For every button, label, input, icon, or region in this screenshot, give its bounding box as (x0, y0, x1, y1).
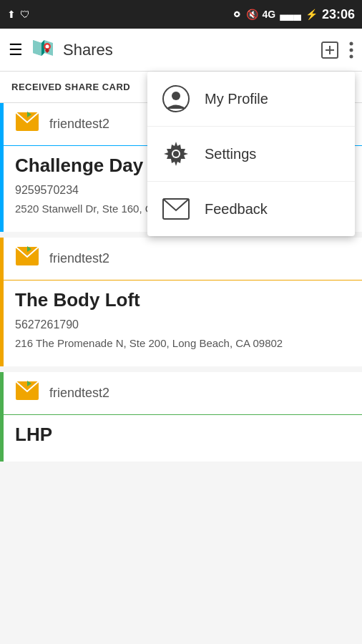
menu-item-settings[interactable]: Settings (147, 127, 355, 182)
card-2-phone: 5627261790 (15, 318, 351, 331)
svg-point-17 (173, 151, 179, 157)
card-2-header: friendtest2 (4, 238, 362, 280)
envelope-icon-2 (15, 246, 39, 271)
tab-received-share-card[interactable]: RECEIVED SHARE CARD (11, 82, 130, 92)
my-profile-label: My Profile (205, 91, 268, 107)
envelope-icon-3 (15, 381, 39, 406)
card-2-sender: friendtest2 (49, 251, 109, 266)
menu-item-my-profile[interactable]: My Profile (147, 72, 355, 127)
add-card-button[interactable] (321, 41, 339, 59)
card-2-address: 216 The Promenade N, Ste 200, Long Beach… (15, 337, 351, 358)
bluetooth-icon: ⭘ (232, 9, 242, 20)
card-3-header: friendtest2 (4, 372, 362, 415)
app-logo (30, 37, 56, 63)
app-bar: ☰ Shares (0, 29, 362, 72)
card-3-business: LHP (15, 424, 351, 446)
4g-icon: 4G (263, 9, 276, 20)
battery-icon: ⚡ (305, 9, 318, 20)
status-right: ⭘ 🔇 4G ▄▄▄ ⚡ 23:06 (232, 7, 356, 22)
signal-icon: ▄▄▄ (280, 9, 301, 20)
person-icon (162, 84, 190, 113)
mail-icon (162, 195, 190, 223)
share-card-3[interactable]: friendtest2 LHP (0, 372, 362, 462)
card-2-business: The Body Loft (15, 289, 351, 311)
svg-point-11 (350, 48, 353, 52)
card-3-body: LHP (4, 415, 362, 462)
svg-point-6 (46, 44, 49, 48)
dropdown-menu: My Profile Settings Feedback (147, 72, 355, 236)
more-options-button[interactable] (349, 42, 353, 59)
usb-icon: ⬆ (7, 9, 16, 20)
gear-icon (162, 140, 190, 168)
svg-point-14 (172, 92, 180, 100)
shield-icon: 🛡 (20, 9, 30, 20)
svg-point-12 (350, 54, 353, 58)
share-card-2[interactable]: friendtest2 The Body Loft 5627261790 216… (0, 238, 362, 366)
hamburger-icon[interactable]: ☰ (9, 41, 23, 59)
card-3-sender: friendtest2 (49, 386, 109, 401)
settings-label: Settings (205, 146, 256, 162)
menu-item-feedback[interactable]: Feedback (147, 182, 355, 236)
feedback-label: Feedback (205, 201, 268, 218)
app-bar-actions (321, 41, 353, 59)
envelope-icon-1 (15, 112, 39, 137)
app-title: Shares (63, 41, 313, 59)
card-1-sender: friendtest2 (49, 117, 109, 132)
clock: 23:06 (322, 7, 355, 22)
card-2-body: The Body Loft 5627261790 216 The Promena… (4, 280, 362, 366)
status-bar: ⬆ 🛡 ⭘ 🔇 4G ▄▄▄ ⚡ 23:06 (0, 0, 362, 29)
status-left: ⬆ 🛡 (7, 9, 30, 20)
svg-point-10 (350, 42, 353, 45)
mute-icon: 🔇 (246, 9, 258, 20)
